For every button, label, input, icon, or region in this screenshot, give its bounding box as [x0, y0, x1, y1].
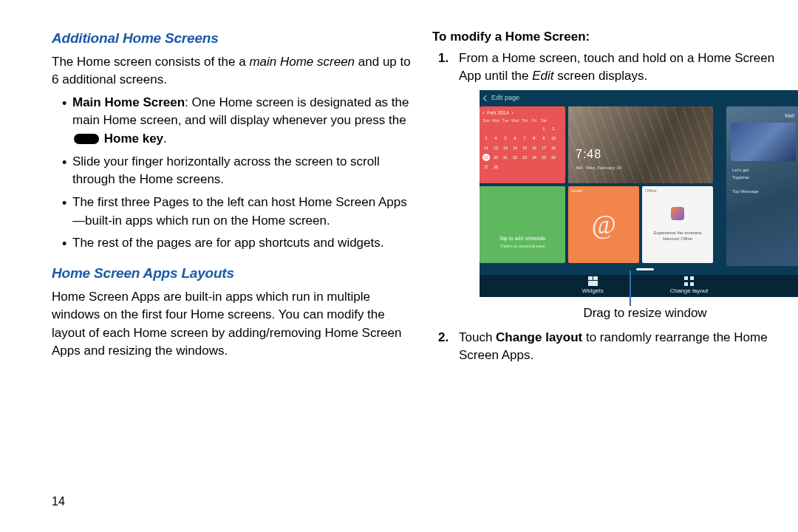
calendar-tile: ‹ Feb 2014 › SunMonTueWedThuFriSat 1 234…: [480, 106, 565, 183]
intro-paragraph: The Home screen consists of the a main H…: [52, 53, 414, 89]
text: The Home screen consists of the a: [52, 55, 249, 69]
email-tile: Email @: [568, 186, 639, 263]
at-sign-icon: @: [591, 205, 615, 244]
edit-page-label: Edit page: [491, 93, 519, 103]
layout-icon: [684, 276, 694, 286]
side-mail-label: Mail: [785, 112, 794, 120]
bullet-slide-finger: Slide your finger horizontally across th…: [62, 153, 414, 189]
schedule-label: Tap to add schedule: [499, 235, 546, 242]
text-emphasis: main Home screen: [249, 55, 355, 69]
schedule-tile: Tap to add schedule There's no upcoming …: [480, 186, 565, 263]
office-tile: Office Experience the smartest Hancom Of…: [642, 186, 713, 263]
bullet-rest-of-pages: The rest of the pages are for app shortc…: [62, 234, 414, 253]
clock-tile: 7:48 AM Wed, February 19: [568, 106, 713, 183]
text-bold: Home key: [104, 132, 163, 146]
page-number: 14: [52, 493, 65, 510]
change-layout-button: Change layout: [670, 276, 709, 296]
edit-screen-figure: Edit page ‹ Feb 2014 › SunMonTueWedThuFr…: [480, 90, 780, 297]
heading-additional-home-screens: Additional Home Screens: [52, 28, 414, 49]
text-bold: Main Home Screen: [72, 95, 185, 109]
office-text: Experience the smartest Hancom Office: [645, 231, 710, 242]
heading-to-modify: To modify a Home Screen:: [432, 28, 780, 47]
office-app-icon: [671, 207, 684, 220]
back-chevron-icon: [483, 95, 489, 101]
side-image: [731, 123, 796, 161]
resize-handle: [636, 268, 654, 270]
widgets-label: Widgets: [582, 287, 604, 296]
side-list: Let's getTogetherTop Message: [732, 167, 794, 195]
callout-line: [630, 270, 631, 306]
side-panel: Mail Let's getTogetherTop Message: [726, 106, 798, 266]
layouts-paragraph: Home Screen Apps are built-in apps which…: [52, 288, 414, 361]
clock-time: 7:48: [576, 146, 601, 163]
change-layout-label: Change layout: [670, 287, 709, 296]
figure-caption: Drag to resize window: [480, 304, 798, 323]
home-key-icon: [74, 134, 99, 144]
text-emphasis: Edit: [532, 69, 553, 83]
text-bold: Change layout: [496, 330, 582, 344]
bullet-first-three-pages: The first three Pages to the left can ho…: [62, 194, 414, 230]
main-panel: ‹ Feb 2014 › SunMonTueWedThuFriSat 1 234…: [480, 106, 722, 266]
calendar-month: Feb 2014: [487, 110, 509, 115]
bullet-main-home-screen: Main Home Screen: One Home screen is des…: [62, 94, 414, 149]
email-label: Email: [571, 188, 582, 194]
device-screenshot: Edit page ‹ Feb 2014 › SunMonTueWedThuFr…: [480, 90, 798, 297]
office-label: Office: [645, 188, 657, 194]
heading-home-screen-apps-layouts: Home Screen Apps Layouts: [52, 263, 414, 284]
text: .: [163, 132, 167, 146]
step-2: Touch Change layout to randomly rearrang…: [438, 329, 780, 365]
widgets-icon: [588, 276, 598, 286]
edit-page-bar: Edit page: [480, 90, 798, 106]
step-1: From a Home screen, touch and hold on a …: [438, 50, 780, 323]
text: Touch: [459, 330, 496, 344]
bottom-nav: Widgets Change layout: [480, 275, 798, 297]
text: screen displays.: [554, 69, 648, 83]
widgets-button: Widgets: [582, 276, 604, 296]
